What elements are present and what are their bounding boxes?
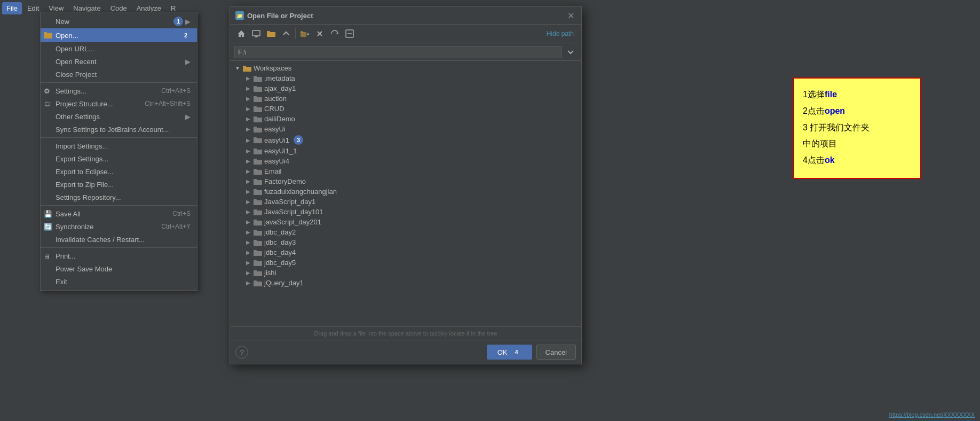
tree-item-crud[interactable]: ▶ CRUD <box>230 104 581 114</box>
dialog-help-button[interactable]: ? <box>235 346 248 358</box>
new-badge: 1 <box>173 17 183 26</box>
menu-item-invalidate-caches[interactable]: Invalidate Caches / Restart... <box>41 233 197 246</box>
dialog-ok-button[interactable]: OK 4 <box>487 345 532 360</box>
easy-ui1-1-folder-icon <box>254 147 262 155</box>
tree-item-ajax-day1[interactable]: ▶ ajax_day1 <box>230 83 581 93</box>
tree-item-easy-ui1-1[interactable]: ▶ easyUi1_1 <box>230 146 581 156</box>
svg-rect-34 <box>254 149 257 151</box>
tree-item-jdbc-day3[interactable]: ▶ jdbc_day3 <box>230 237 581 247</box>
tree-item-jdbc-day5[interactable]: ▶ jdbc_day5 <box>230 258 581 268</box>
fuzaduixiang-arrow-icon: ▶ <box>245 189 251 195</box>
tree-item-easy-ui4[interactable]: ▶ easyUi4 <box>230 156 581 166</box>
email-folder-icon <box>254 168 262 175</box>
svg-rect-9 <box>301 31 303 33</box>
menu-item-print[interactable]: 🖨 Print... <box>41 250 197 262</box>
note-panel: 1选择file 2点击open 3 打开我们文件夹 中的项目 4点击ok <box>793 77 921 179</box>
menu-item-save-all[interactable]: 💾 Save All Ctrl+S <box>41 207 197 220</box>
menu-item-other-settings[interactable]: Other Settings ▶ <box>41 110 197 123</box>
dialog-cancel-button[interactable]: Cancel <box>536 345 576 360</box>
jishi-folder-icon <box>254 269 262 277</box>
tree-item-js-day1-label: JavaScript_day1 <box>264 198 315 206</box>
tree-item-auction-label: auction <box>264 95 287 103</box>
sync-icon: 🔄 <box>44 223 52 231</box>
tree-item-jdbc-day2[interactable]: ▶ jdbc_day2 <box>230 227 581 237</box>
menu-item-sync-settings-label: Sync Settings to JetBrains Account... <box>56 126 169 134</box>
menu-item-power-save[interactable]: Power Save Mode <box>41 262 197 275</box>
svg-rect-1 <box>44 32 47 34</box>
dialog-close-button[interactable]: ✕ <box>565 10 576 21</box>
toolbar-separator-1 <box>295 28 296 39</box>
tree-item-js-day101[interactable]: ▶ JavaScript_day101 <box>230 207 581 217</box>
note-line-5: 4点击ok <box>803 153 912 168</box>
menu-item-open-recent[interactable]: Open Recent ▶ <box>41 55 197 68</box>
menu-item-sync-settings[interactable]: Sync Settings to JetBrains Account... <box>41 123 197 136</box>
menu-item-project-structure[interactable]: 🗂 Project Structure... Ctrl+Alt+Shift+S <box>41 97 197 110</box>
tree-item-crud-label: CRUD <box>264 105 284 113</box>
easy-ui1-badge: 3 <box>294 135 303 145</box>
svg-rect-38 <box>254 169 257 171</box>
tree-item-fuzaduixiang[interactable]: ▶ fuzaduixiangchuangjian <box>230 186 581 197</box>
svg-rect-42 <box>254 189 257 191</box>
menu-file[interactable]: File <box>2 2 22 14</box>
tree-item-jishi[interactable]: ▶ jishi <box>230 268 581 278</box>
easy-ui-arrow-icon: ▶ <box>245 126 251 132</box>
menu-item-invalidate-caches-label: Invalidate Caches / Restart... <box>56 236 145 244</box>
tree-item-workspaces[interactable]: ▼ Workspaces <box>230 63 581 73</box>
easy-ui4-arrow-icon: ▶ <box>245 158 251 165</box>
tree-item-factory-demo[interactable]: ▶ FactoryDemo <box>230 176 581 186</box>
dialog-titlebar: 📁 Open File or Project ✕ <box>230 7 581 25</box>
svg-rect-56 <box>254 260 257 262</box>
toolbar-up-button[interactable] <box>279 27 293 41</box>
tree-item-js-day1[interactable]: ▶ JavaScript_day1 <box>230 197 581 207</box>
menu-item-settings[interactable]: ⚙ Settings... Ctrl+Alt+S <box>41 84 197 97</box>
factory-demo-arrow-icon: ▶ <box>245 178 251 185</box>
menu-item-export-zip[interactable]: Export to Zip File... <box>41 178 197 191</box>
tree-item-jquery-day1[interactable]: ▶ jQuery_day1 <box>230 278 581 288</box>
menu-item-export-eclipse[interactable]: Export to Eclipse... <box>41 165 197 178</box>
menu-item-open[interactable]: Open... 2 <box>41 28 197 42</box>
auction-arrow-icon: ▶ <box>245 96 251 102</box>
menu-item-synchronize[interactable]: 🔄 Synchronize Ctrl+Alt+Y <box>41 220 197 233</box>
metadata-folder-icon <box>254 75 262 82</box>
easy-ui1-folder-icon <box>254 136 262 144</box>
toolbar-home-button[interactable] <box>234 27 248 41</box>
note-line-3: 3 打开我们文件夹 <box>803 120 912 136</box>
path-expand-button[interactable] <box>564 45 577 58</box>
tree-item-daili-demo[interactable]: ▶ dailiDemo <box>230 114 581 124</box>
toolbar-folder-button[interactable] <box>264 27 278 41</box>
toolbar-collapse-button[interactable] <box>343 27 357 41</box>
toolbar-refresh-button[interactable] <box>328 27 342 41</box>
note-line-4: 中的项目 <box>803 136 912 152</box>
toolbar-delete-button[interactable] <box>313 27 327 41</box>
toolbar-new-folder-button[interactable] <box>298 27 312 41</box>
svg-rect-40 <box>254 179 257 181</box>
tree-item-metadata[interactable]: ▶ .metadata <box>230 73 581 83</box>
menu-item-close-project[interactable]: Close Project <box>41 68 197 81</box>
toolbar-desktop-button[interactable] <box>249 27 263 41</box>
menu-item-export-settings[interactable]: Export Settings... <box>41 152 197 165</box>
tree-item-js-day201[interactable]: ▶ javaScript_day201 <box>230 217 581 227</box>
path-input[interactable] <box>234 46 562 58</box>
menu-item-import-settings[interactable]: Import Settings... <box>41 139 197 152</box>
hide-path-button[interactable]: Hide path <box>543 29 577 38</box>
menu-item-new[interactable]: New 1 ▶ <box>41 14 197 28</box>
tree-item-workspaces-label: Workspaces <box>254 64 291 72</box>
menu-item-settings-repository[interactable]: Settings Repository... <box>41 191 197 204</box>
tree-item-jdbc-day4[interactable]: ▶ jdbc_day4 <box>230 247 581 258</box>
menu-item-open-url[interactable]: Open URL... <box>41 42 197 55</box>
open-recent-arrow-icon: ▶ <box>185 58 191 66</box>
tree-item-jishi-label: jishi <box>264 269 276 277</box>
tree-item-easy-ui1-label: easyUi1 <box>264 136 289 144</box>
tree-item-email[interactable]: ▶ Email <box>230 166 581 176</box>
tree-item-easy-ui[interactable]: ▶ easyUi <box>230 124 581 134</box>
separator-4 <box>41 247 197 248</box>
dialog-file-tree[interactable]: ▼ Workspaces ▶ .metadata ▶ ajax_day1 ▶ a… <box>230 61 581 326</box>
menu-item-print-label: Print... <box>56 252 76 260</box>
easy-ui4-folder-icon <box>254 158 262 165</box>
tree-item-easy-ui1[interactable]: ▶ easyUi1 3 <box>230 134 581 146</box>
js-day1-folder-icon <box>254 198 262 206</box>
tree-item-email-label: Email <box>264 167 282 175</box>
metadata-arrow-icon: ▶ <box>245 75 251 82</box>
tree-item-auction[interactable]: ▶ auction <box>230 93 581 104</box>
menu-item-exit[interactable]: Exit <box>41 275 197 288</box>
